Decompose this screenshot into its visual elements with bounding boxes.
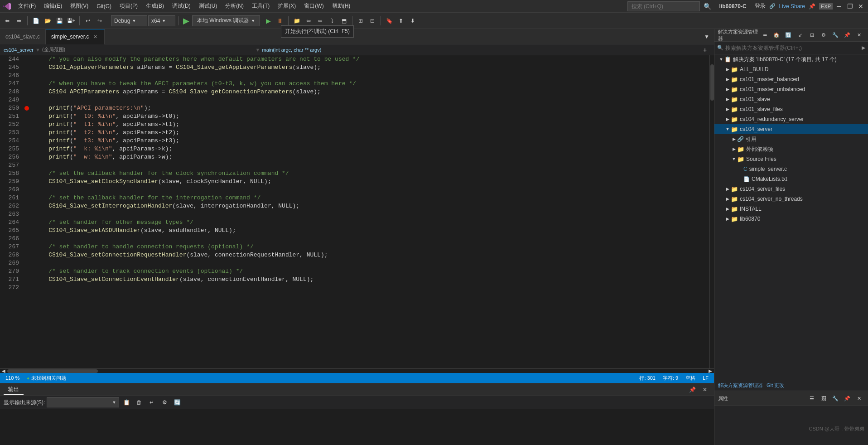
- code-editor[interactable]: 2442452462472482492502512522532542552562…: [0, 55, 709, 368]
- toolbar-misc1[interactable]: 📁: [291, 15, 302, 26]
- tree-item-lib60870[interactable]: ▶📁lib60870: [714, 214, 868, 224]
- toolbar-undo-btn[interactable]: ↩: [82, 15, 93, 26]
- toolbar-bookmark-prev[interactable]: ⬆: [395, 15, 406, 26]
- tab-close-icon[interactable]: ✕: [92, 33, 99, 40]
- git-changes-link[interactable]: Git 更改: [767, 382, 784, 389]
- tree-item-install[interactable]: ▶📁INSTALL: [714, 204, 868, 214]
- toolbar-misc5[interactable]: ⬒: [338, 15, 349, 26]
- menu-analyze[interactable]: 分析(N): [222, 1, 247, 11]
- search-input[interactable]: [627, 1, 700, 11]
- function-selector[interactable]: main(int argc, char ** argv): [262, 47, 321, 53]
- menu-view[interactable]: 视图(V): [67, 1, 92, 11]
- liveshare-label[interactable]: Live Share: [779, 3, 805, 10]
- menu-test[interactable]: 测试(U): [195, 1, 221, 11]
- file-name-selector[interactable]: cs104_server: [4, 47, 34, 53]
- output-pin-btn[interactable]: 📌: [687, 384, 698, 395]
- sidebar-btn4[interactable]: ↙: [795, 30, 805, 41]
- toolbar-misc7[interactable]: ⊟: [367, 15, 378, 26]
- scope-selector[interactable]: (全局范围): [42, 46, 65, 53]
- output-filter-btn[interactable]: ⚙: [159, 397, 170, 408]
- menu-window[interactable]: 窗口(W): [300, 1, 327, 11]
- tree-item-cs104_server[interactable]: ▼📁cs104_server: [714, 124, 868, 134]
- prop-pin-btn[interactable]: 📌: [842, 393, 853, 404]
- status-encoding[interactable]: LF: [703, 375, 709, 381]
- tab-simple-server[interactable]: simple_server.c ✕: [46, 29, 105, 44]
- solution-search-input[interactable]: [725, 45, 862, 51]
- menu-project[interactable]: 项目(P): [116, 1, 141, 11]
- vertical-scrollbar[interactable]: [709, 55, 714, 368]
- sidebar-settings-btn[interactable]: ⚙: [818, 30, 829, 41]
- prop-btn3[interactable]: 🔧: [830, 393, 841, 404]
- output-content[interactable]: [0, 409, 714, 445]
- output-close-btn[interactable]: ✕: [699, 384, 710, 395]
- toolbar-bookmark-next[interactable]: ⬇: [407, 15, 418, 26]
- prop-btn1[interactable]: ☰: [806, 393, 817, 404]
- run-button[interactable]: ▶: [181, 15, 191, 27]
- sidebar-btn5[interactable]: ⊞: [806, 30, 817, 41]
- status-col[interactable]: 字符: 9: [663, 375, 678, 382]
- close-button[interactable]: ✕: [855, 1, 866, 12]
- minimize-button[interactable]: ─: [834, 1, 844, 12]
- tree-item-cmakelists.txt[interactable]: 📄CMakeLists.txt: [714, 174, 868, 184]
- h-scroll-left-btn[interactable]: ◀: [0, 368, 7, 373]
- status-spaces[interactable]: 空格: [685, 375, 695, 382]
- toolbar-misc4[interactable]: ⤵: [327, 15, 338, 26]
- sidebar-btn2[interactable]: 🏠: [771, 30, 782, 41]
- debug-start-btn[interactable]: ▶: [263, 15, 274, 26]
- tab-cs104-slave[interactable]: cs104_slave.c: [0, 29, 46, 44]
- output-copy-btn[interactable]: 📋: [121, 397, 132, 408]
- vertical-scroll-thumb[interactable]: [710, 64, 714, 101]
- tree-item-source-files[interactable]: ▼📁Source Files: [714, 154, 868, 164]
- toolbar-back-btn[interactable]: ⬅: [2, 15, 13, 26]
- tab-dropdown-btn[interactable]: ▼: [701, 31, 712, 42]
- tree-item-cs101_master_balanced[interactable]: ▶📁cs101_master_balanced: [714, 74, 868, 84]
- status-zoom[interactable]: 110 %: [5, 375, 19, 381]
- tree-item-cs101_slave[interactable]: ▶📁cs101_slave: [714, 94, 868, 104]
- tree-item-外部依赖项[interactable]: ▶📁外部依赖项: [714, 144, 868, 154]
- menu-build[interactable]: 生成(B): [142, 1, 168, 11]
- tree-item-cs104_server_files[interactable]: ▶📁cs104_server_files: [714, 184, 868, 194]
- menu-help[interactable]: 帮助(H): [328, 1, 354, 11]
- code-content[interactable]: /* you can also modify the parameters he…: [31, 55, 709, 368]
- toolbar-open-btn[interactable]: 📂: [42, 15, 53, 26]
- output-clear-btn[interactable]: 🗑: [134, 397, 145, 408]
- status-row[interactable]: 行: 301: [639, 375, 655, 382]
- tree-item-cs101_slave_files[interactable]: ▶📁cs101_slave_files: [714, 104, 868, 114]
- h-scroll-right-btn[interactable]: ▶: [707, 368, 714, 373]
- sidebar-close-btn[interactable]: ✕: [854, 30, 864, 41]
- toolbar-save-all-btn[interactable]: 💾+: [66, 15, 77, 26]
- menu-git[interactable]: Git(G): [93, 2, 115, 10]
- solution-tree[interactable]: ▼ 📋 解决方案 'lib60870-C' (17 个项目, 共 17 个) ▶…: [714, 54, 868, 380]
- output-source-select[interactable]: ▼: [47, 397, 119, 407]
- sidebar-btn1[interactable]: ⬅: [759, 30, 770, 41]
- menu-debug[interactable]: 调试(D): [169, 1, 194, 11]
- sidebar-tools-btn[interactable]: 🔧: [830, 30, 841, 41]
- h-scroll-thumb[interactable]: [7, 369, 98, 373]
- tree-item-引用[interactable]: ▶🔗引用: [714, 134, 868, 144]
- menu-extensions[interactable]: 扩展(X): [274, 1, 299, 11]
- menu-edit[interactable]: 编辑(E): [40, 1, 66, 11]
- toolbar-redo-btn[interactable]: ↪: [94, 15, 105, 26]
- tree-item-cs104_redundancy_server[interactable]: ▶📁cs104_redundancy_server: [714, 114, 868, 124]
- toolbar-forward-btn[interactable]: ➡: [14, 15, 24, 26]
- menu-file[interactable]: 文件(F): [14, 1, 39, 11]
- tree-item-simple_server.c[interactable]: Csimple_server.c: [714, 164, 868, 174]
- platform-dropdown[interactable]: x64 ▼: [148, 15, 175, 26]
- prop-btn2[interactable]: 🖼: [818, 393, 829, 404]
- restore-button[interactable]: ❐: [844, 1, 855, 12]
- horizontal-scrollbar[interactable]: ◀ ▶: [0, 368, 714, 373]
- tree-root[interactable]: ▼ 📋 解决方案 'lib60870-C' (17 个项目, 共 17 个): [714, 54, 868, 64]
- toolbar-new-btn[interactable]: 📄: [30, 15, 41, 26]
- tree-item-all_build[interactable]: ▶📁ALL_BUILD: [714, 64, 868, 74]
- toolbar-misc6[interactable]: ⊞: [355, 15, 366, 26]
- tree-item-cs101_master_unbalanced[interactable]: ▶📁cs101_master_unbalanced: [714, 84, 868, 94]
- toolbar-misc2[interactable]: ⇦: [303, 15, 314, 26]
- sidebar-search-btn[interactable]: ▶: [862, 45, 865, 51]
- config-dropdown[interactable]: Debug ▼: [111, 15, 147, 26]
- menu-tools[interactable]: 工具(T): [248, 1, 273, 11]
- output-tab[interactable]: 输出: [4, 385, 24, 395]
- sidebar-btn3[interactable]: 🔃: [783, 30, 794, 41]
- output-wrap-btn[interactable]: ↵: [146, 397, 157, 408]
- debug-stop-btn[interactable]: ⏸: [275, 15, 285, 26]
- prop-close-btn[interactable]: ✕: [854, 393, 864, 404]
